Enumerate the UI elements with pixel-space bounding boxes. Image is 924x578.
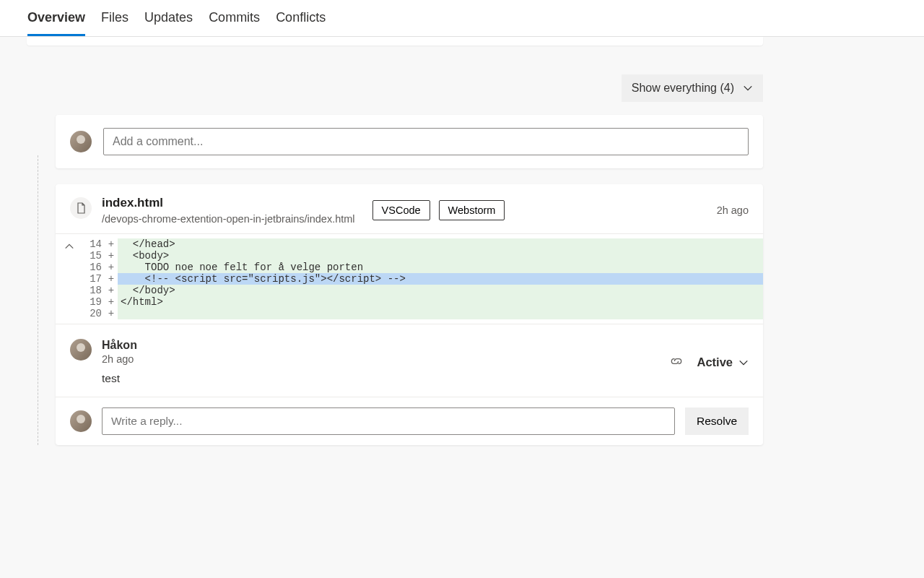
filter-dropdown[interactable]: Show everything (4) — [622, 74, 763, 102]
tab-updates[interactable]: Updates — [144, 0, 193, 36]
tab-conflicts[interactable]: Conflicts — [276, 0, 326, 36]
tab-commits[interactable]: Commits — [209, 0, 260, 36]
copy-link-icon[interactable] — [669, 354, 684, 371]
add-comment-input[interactable] — [103, 128, 749, 155]
filter-label: Show everything (4) — [632, 82, 734, 95]
tab-files[interactable]: Files — [101, 0, 128, 36]
file-path: /devops-chrome-extention-open-in-jetbrai… — [102, 213, 355, 225]
reply-row: Resolve — [56, 397, 763, 445]
resolve-button[interactable]: Resolve — [685, 407, 749, 435]
comment-status-dropdown[interactable]: Active — [697, 355, 749, 369]
diff-line: 18+ </body> — [83, 285, 763, 296]
comment-author: Håkon — [102, 339, 659, 352]
open-webstorm-button[interactable]: Webstorm — [439, 200, 505, 220]
chevron-down-icon — [743, 83, 753, 93]
comment: Håkon 2h ago test Active — [56, 324, 763, 397]
avatar — [70, 339, 92, 361]
tab-overview[interactable]: Overview — [27, 0, 85, 36]
file-header: index.html /devops-chrome-extention-open… — [56, 184, 763, 233]
open-vscode-button[interactable]: VSCode — [372, 200, 430, 220]
avatar — [70, 410, 92, 432]
timeline-line — [38, 155, 38, 445]
add-comment-card — [56, 115, 763, 168]
diff-line: 14+ </head> — [83, 238, 763, 250]
file-icon — [70, 197, 92, 219]
file-thread-card: index.html /devops-chrome-extention-open… — [56, 184, 763, 445]
comment-timestamp: 2h ago — [102, 353, 659, 365]
diff-line: 20+ — [83, 308, 763, 319]
description-card-bottom — [27, 37, 763, 46]
thread-timestamp: 2h ago — [717, 204, 749, 216]
avatar — [70, 131, 92, 152]
file-name[interactable]: index.html — [102, 196, 355, 210]
pr-tabs: Overview Files Updates Commits Conflicts — [0, 0, 924, 37]
reply-input[interactable] — [102, 407, 675, 435]
chevron-down-icon — [738, 357, 749, 367]
diff-line: 15+ <body> — [83, 250, 763, 262]
diff-line: 16+ TODO noe noe felt for å velge porten — [83, 262, 763, 273]
comment-text: test — [102, 372, 659, 385]
diff-line: 17+ <!-- <script src="scripts.js"></scr​… — [83, 273, 763, 285]
diff-line: 19+</html> — [83, 296, 763, 308]
collapse-diff-button[interactable] — [64, 241, 74, 254]
comment-status-label: Active — [697, 355, 733, 369]
diff-block: 14+ </head>15+ <body>16+ TODO noe noe fe… — [56, 233, 763, 324]
